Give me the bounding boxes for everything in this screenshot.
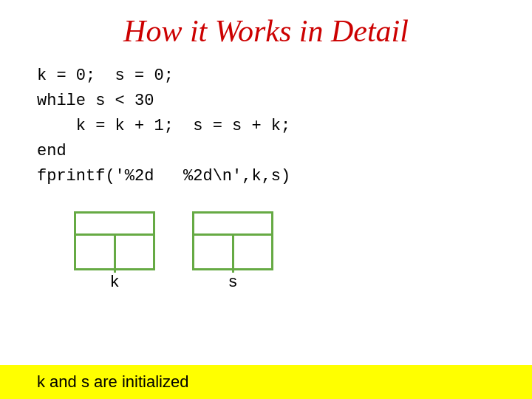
variable-s-label: s [192,273,273,292]
code-line-5: fprintf('%2d %2d\n',k,s) [37,164,495,189]
diagram-area: k s [37,198,495,299]
box-k-top [76,214,153,236]
content-area: k = 0; s = 0; while s < 30 k = k + 1; s … [0,56,532,365]
bottom-text: k and s are initialized [37,372,188,392]
slide-container: How it Works in Detail k = 0; s = 0; whi… [0,0,532,399]
box-k-left [76,236,116,273]
box-s-right [234,236,272,273]
box-k-outer [74,211,155,270]
code-line-4: end [37,139,495,164]
slide-title: How it Works in Detail [30,13,502,49]
box-k-right [116,236,154,273]
code-line-2: while s < 30 [37,89,495,114]
box-s-outer [192,211,273,270]
variable-s-box: s [192,211,273,292]
box-s-row [194,236,271,273]
variable-k-label: k [74,273,155,292]
code-block: k = 0; s = 0; while s < 30 k = k + 1; s … [37,64,495,189]
bottom-bar: k and s are initialized [0,365,532,399]
title-area: How it Works in Detail [0,0,532,56]
box-s-top [194,214,271,236]
box-k-row [76,236,153,273]
code-line-3: k = k + 1; s = s + k; [37,114,495,139]
box-s-left [194,236,234,273]
code-line-1: k = 0; s = 0; [37,64,495,89]
variable-k-box: k [74,211,155,292]
